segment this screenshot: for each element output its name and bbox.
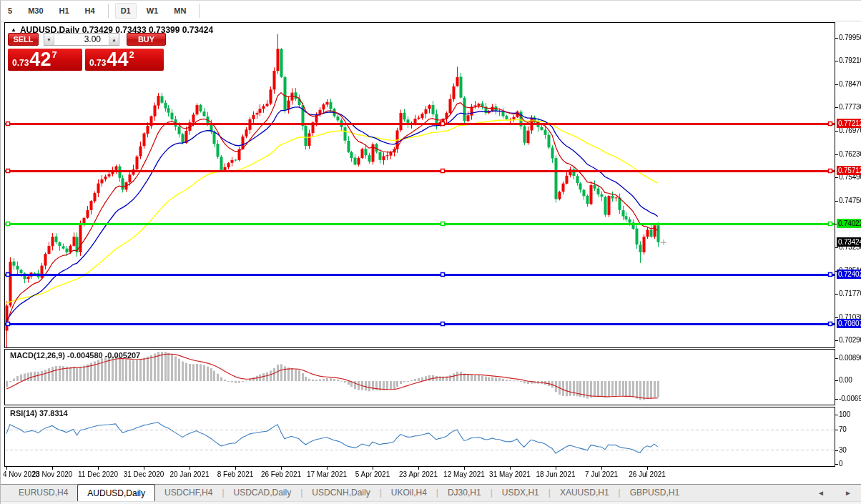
axis-tick-mark (281, 467, 282, 470)
date-axis-label: 20 Jan 2021 (169, 470, 209, 478)
trade-quotes-row: 0.73 42 7 0.73 44 2 (8, 49, 167, 71)
axis-tick-mark (835, 107, 838, 108)
chart-tab-usdcnh-daily[interactable]: USDCNH,Daily (302, 485, 379, 501)
volume-decrease-button[interactable]: ▼ (44, 33, 54, 46)
chart-tab-usdx-h1[interactable]: USDX,H1 (493, 485, 548, 501)
one-click-trading-panel: SELL ▼ ▲ BUY 0.73 42 7 0.73 44 2 (8, 33, 167, 71)
price-chart-canvas[interactable] (5, 23, 835, 347)
price-chart-panel (4, 22, 835, 348)
chart-tab-gbpusd-h1[interactable]: GBPUSD,H1 (621, 485, 689, 501)
axis-tick-mark (835, 294, 838, 295)
axis-tick-mark (556, 467, 556, 470)
toolbar-separator (108, 4, 109, 18)
price-axis-label: 0.76230 (839, 150, 861, 158)
sell-button[interactable]: SELL (8, 33, 39, 46)
bid-price-prefix: 0.73 (12, 58, 29, 68)
price-level-badge: 0.72402 (837, 270, 861, 279)
ask-quote-button[interactable]: 0.73 44 2 (85, 49, 164, 71)
price-axis-label: 0.77730 (839, 103, 861, 111)
rsi-canvas[interactable] (5, 407, 835, 466)
rsi-indicator-label: RSI(14) 37.8314 (10, 409, 68, 417)
oneclick-collapse-icon[interactable]: ▲ (11, 26, 16, 33)
timeframe-button-m30[interactable]: M30 (22, 3, 49, 19)
timeframe-button-d1[interactable]: D1 (115, 3, 137, 19)
macd-name: MACD(12,26,9) (10, 351, 65, 360)
macd-indicator-label: MACD(12,26,9) -0.004580 -0.005207 (10, 351, 140, 360)
axis-tick-mark (418, 467, 419, 470)
spin-down-icon: ▼ (46, 37, 51, 42)
chart-tab-audusd-daily[interactable]: AUDUSD,Daily (77, 484, 155, 501)
axis-tick-mark (835, 84, 838, 85)
status-strip (1, 501, 861, 504)
price-axis-label: 0.79950 (839, 34, 861, 41)
price-axis-label: 0.74010 (839, 219, 861, 227)
axis-tick-mark (601, 467, 602, 470)
buy-button[interactable]: BUY (127, 33, 166, 46)
date-axis-label: 23 Nov 2020 (32, 470, 73, 478)
axis-tick-mark (835, 317, 838, 318)
date-axis-label: 7 Jul 2021 (585, 470, 618, 478)
axis-tick-mark (235, 467, 236, 470)
axis-tick-mark (190, 467, 190, 470)
axis-tick-mark (835, 380, 838, 381)
timeframe-button-5[interactable]: 5 (2, 3, 18, 19)
price-level-badge: 0.74022 (837, 219, 861, 228)
axis-tick-mark (835, 271, 838, 272)
date-axis-label: 5 Apr 2021 (355, 470, 390, 478)
date-axis-label: 26 Feb 2021 (261, 470, 301, 478)
timeframe-button-w1[interactable]: W1 (141, 3, 164, 19)
axis-tick-mark (835, 61, 838, 61)
axis-tick-mark (835, 177, 838, 178)
axis-tick-mark (6, 467, 7, 470)
price-axis-label: 0.76970 (839, 127, 861, 134)
macd-axis-label: 0.00 (839, 376, 852, 384)
volume-increase-button[interactable]: ▲ (109, 33, 119, 46)
axis-tick-mark (835, 154, 838, 155)
tabs-scroll-left-icon[interactable]: ◄ (817, 489, 825, 497)
date-axis-label: 8 Feb 2021 (217, 470, 254, 478)
axis-tick-mark (835, 415, 838, 415)
chart-tab-xauusd-h1[interactable]: XAUUSD,H1 (551, 485, 619, 501)
axis-tick-mark (835, 38, 838, 39)
axis-tick-mark (835, 464, 838, 465)
date-axis-label: 11 Dec 2020 (78, 470, 118, 478)
chart-tab-dj30-h1[interactable]: DJ30,H1 (438, 485, 491, 501)
current-price-badge: 0.73424 (837, 237, 861, 247)
ask-price-main: 44 (107, 50, 128, 69)
bid-price-pip: 7 (51, 49, 56, 60)
date-axis-label: 4 Nov 2020 (3, 470, 39, 478)
rsi-axis-label: 100 (839, 410, 850, 418)
date-axis-label: 31 Dec 2020 (124, 470, 164, 478)
timeframe-button-h1[interactable]: H1 (54, 3, 75, 19)
chart-tab-eurusd-h4[interactable]: EURUSD,H4 (9, 485, 77, 501)
rsi-axis-label: 70 (839, 425, 847, 433)
axis-tick-mark (52, 467, 53, 470)
rsi-value: 37.8314 (39, 409, 68, 417)
price-level-badge: 0.75712 (837, 166, 861, 175)
ask-price-pip: 2 (129, 49, 134, 60)
price-axis-label: 0.75490 (839, 173, 861, 181)
price-level-badge: 0.70807 (837, 319, 861, 328)
chart-tab-ukoil-h4[interactable]: UKOil,H4 (382, 485, 436, 501)
axis-tick-mark (835, 247, 838, 248)
axis-tick-mark (835, 340, 838, 341)
axis-tick-mark (464, 467, 465, 470)
timeframe-button-h4[interactable]: H4 (79, 3, 101, 19)
date-axis-label: 18 Jun 2021 (536, 470, 575, 478)
price-axis-label: 0.72510 (839, 267, 861, 275)
axis-tick-mark (835, 131, 838, 132)
chart-tab-usdchf-h4[interactable]: USDCHF,H4 (155, 485, 222, 501)
bid-price-main: 42 (29, 50, 51, 69)
timeframe-button-mn[interactable]: MN (168, 3, 192, 19)
axis-tick-mark (835, 201, 838, 202)
tabs-scroll-right-icon[interactable]: ► (845, 489, 852, 497)
volume-input[interactable] (54, 33, 109, 46)
spin-up-icon: ▲ (112, 37, 117, 42)
price-axis-label: 0.71770 (839, 290, 861, 297)
chart-tab-usdcad-daily[interactable]: USDCAD,Daily (225, 485, 301, 501)
axis-tick-mark (835, 224, 838, 224)
trade-controls-row: SELL ▼ ▲ BUY (8, 33, 167, 46)
price-axis-label: 0.71030 (839, 313, 861, 321)
bid-quote-button[interactable]: 0.73 42 7 (8, 49, 82, 71)
macd-axis-label: -0.00697 (839, 395, 861, 402)
